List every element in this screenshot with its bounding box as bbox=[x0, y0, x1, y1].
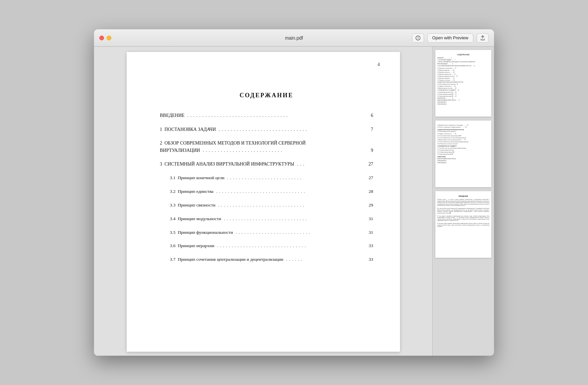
share-button[interactable] bbox=[477, 33, 489, 43]
toc-page: 29 bbox=[365, 202, 373, 208]
toc-title: СОДЕРЖАНИЕ bbox=[160, 92, 373, 99]
toc-entry-1: 1 ПОСТАНОВКА ЗАДАЧИ . . . . . . . . . . … bbox=[160, 126, 373, 133]
toc-page: 28 bbox=[365, 189, 373, 195]
toc-page: 33 bbox=[365, 256, 373, 263]
titlebar-actions: Open with Preview bbox=[412, 33, 489, 43]
thumbnail-3[interactable]: ВВЕДЕНИЕ Облачные услуги — это один из л… bbox=[435, 191, 491, 258]
toc-page: 27 bbox=[365, 175, 373, 181]
toc-entry-3-6: 3.6 Принцип иерархии . . . . . . . . . .… bbox=[160, 243, 373, 249]
thumbnail-sidebar[interactable]: СОДЕРЖАНИЕ ВВЕДЕНИЕ ....................… bbox=[432, 47, 494, 356]
toc-dots: . . . . . . . . . . . . . . . . . . . . … bbox=[217, 126, 364, 133]
thumb3-paragraph: Облачные услуги — это один из лучших при… bbox=[437, 199, 489, 227]
toc-entry-2-line1: 2 ОБЗОР СОВРЕМЕННЫХ МЕТОДОВ И ТЕХНОЛОГИЙ… bbox=[160, 140, 373, 147]
thumbnail-2[interactable]: 3.5 Документальное оформление и процедур… bbox=[435, 121, 491, 187]
toc-label: ВИРТУАЛИЗАЦИИ bbox=[160, 147, 200, 154]
close-button[interactable] bbox=[99, 36, 104, 40]
toc-label: 3.4 Принцип модульности bbox=[170, 216, 221, 222]
toc-dots: . . . bbox=[296, 161, 364, 168]
thumb1-title: СОДЕРЖАНИЕ bbox=[437, 54, 489, 56]
toc-entry-3-4: 3.4 Принцип модульности . . . . . . . . … bbox=[160, 216, 373, 222]
open-with-preview-button[interactable]: Open with Preview bbox=[427, 33, 473, 43]
toc-page: 9 bbox=[365, 147, 373, 154]
toc-label: 3.7 Принцип сочетания централизации и де… bbox=[170, 256, 283, 263]
toc-entry-2-wrap: 2 ОБЗОР СОВРЕМЕННЫХ МЕТОДОВ И ТЕХНОЛОГИЙ… bbox=[160, 140, 373, 154]
thumbnail-1[interactable]: СОДЕРЖАНИЕ ВВЕДЕНИЕ ....................… bbox=[435, 50, 491, 117]
page-number: 4 bbox=[378, 62, 380, 67]
toc-dots: . . . . . . bbox=[285, 256, 364, 263]
toc-label: 3.3 Принцип связности bbox=[170, 202, 216, 208]
toc-label: 3.1 Принцип конечной цели bbox=[170, 175, 225, 181]
toc-label: 1 ПОСТАНОВКА ЗАДАЧИ bbox=[160, 126, 216, 133]
toc-entry-3-3: 3.3 Принцип связности . . . . . . . . . … bbox=[160, 202, 373, 208]
toc-label: 3.6 Принцип иерархии bbox=[170, 243, 215, 249]
toc-page: 27 bbox=[365, 161, 373, 168]
titlebar: main.pdf Open with Preview bbox=[94, 29, 494, 47]
toc-page: 31 bbox=[365, 229, 373, 236]
pdf-main-view[interactable]: 4 СОДЕРЖАНИЕ ВВЕДЕНИЕ . . . . . . . . . … bbox=[94, 47, 432, 356]
minimize-button[interactable] bbox=[107, 36, 111, 40]
pdf-viewer-window: main.pdf Open with Preview 4 СОДЕРЖАНИЕ bbox=[94, 29, 494, 356]
content-area: 4 СОДЕРЖАНИЕ ВВЕДЕНИЕ . . . . . . . . . … bbox=[94, 47, 494, 356]
toc-dots: . . . . . . . . . . . . . . . . . . . . … bbox=[215, 189, 363, 195]
toc-label: 3.2 Принцип единства bbox=[170, 189, 214, 195]
window-title: main.pdf bbox=[285, 35, 303, 41]
toc-label: 2 ОБЗОР СОВРЕМЕННЫХ МЕТОДОВ И ТЕХНОЛОГИЙ… bbox=[160, 140, 306, 147]
toc-dots: . . . . . . . . . . . . . . . . . . . . … bbox=[201, 147, 364, 154]
toc-dots: . . . . . . . . . . . . . . . . . . . . … bbox=[234, 229, 364, 236]
traffic-lights bbox=[99, 36, 111, 40]
toc-label: 3.5 Принцип функциональности bbox=[170, 229, 233, 236]
toc-entry-3-2: 3.2 Принцип единства . . . . . . . . . .… bbox=[160, 189, 373, 195]
toc-page: 6 bbox=[365, 112, 373, 119]
thumb3-title: ВВЕДЕНИЕ bbox=[437, 195, 489, 197]
toc-label: ВВЕДЕНИЕ bbox=[160, 112, 185, 119]
annotate-button[interactable] bbox=[412, 33, 424, 43]
toc-entry-vvedenie: ВВЕДЕНИЕ . . . . . . . . . . . . . . . .… bbox=[160, 112, 373, 119]
toc-dots: . . . . . . . . . . . . . . . . . . . . … bbox=[216, 243, 363, 249]
toc-page: 33 bbox=[365, 243, 373, 249]
toc-entry-3: 3 СИСТЕМНЫЙ АНАЛИЗ ВИРТУАЛЬНОЙ ИНФРАСТРУ… bbox=[160, 161, 373, 168]
toc-dots: . . . . . . . . . . . . . . . . . . . . … bbox=[226, 175, 363, 181]
toc-entry-3-1: 3.1 Принцип конечной цели . . . . . . . … bbox=[160, 175, 373, 181]
toc-entry-3-5: 3.5 Принцип функциональности . . . . . .… bbox=[160, 229, 373, 236]
toc-entry-3-7: 3.7 Принцип сочетания централизации и де… bbox=[160, 256, 373, 263]
toc-page: 7 bbox=[365, 126, 373, 133]
toc-page: 31 bbox=[365, 216, 373, 222]
toc-dots: . . . . . . . . . . . . . . . . . . . . … bbox=[217, 202, 363, 208]
pdf-page: 4 СОДЕРЖАНИЕ ВВЕДЕНИЕ . . . . . . . . . … bbox=[127, 52, 400, 352]
toc-dots: . . . . . . . . . . . . . . . . . . . . … bbox=[222, 216, 363, 222]
toc-dots: . . . . . . . . . . . . . . . . . . . . … bbox=[186, 112, 364, 119]
toc-entry-2-line2: ВИРТУАЛИЗАЦИИ . . . . . . . . . . . . . … bbox=[160, 147, 373, 154]
toc-label: 3 СИСТЕМНЫЙ АНАЛИЗ ВИРТУАЛЬНОЙ ИНФРАСТРУ… bbox=[160, 161, 294, 168]
